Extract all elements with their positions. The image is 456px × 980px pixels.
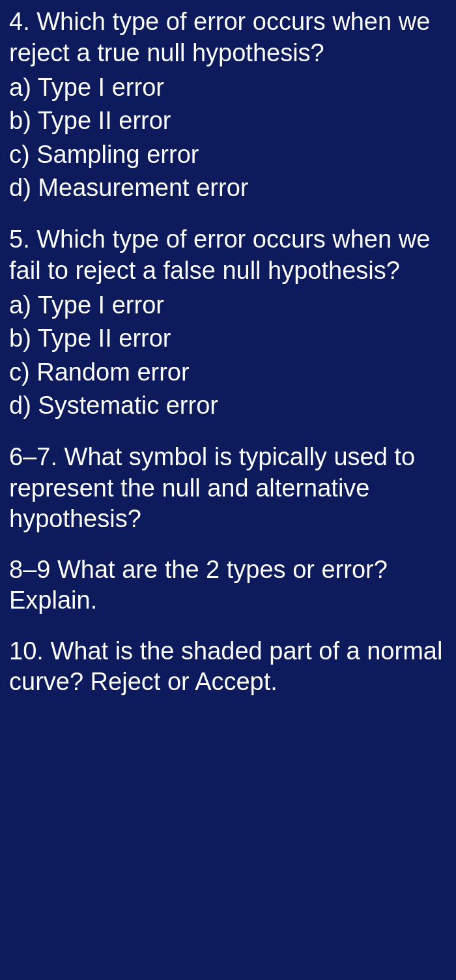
question-4-option-a: a) Type I error [9, 71, 447, 104]
question-67-block: 6–7. What symbol is typically used to re… [9, 442, 447, 535]
question-4-option-c: c) Sampling error [9, 138, 447, 171]
question-5-option-a: a) Type I error [9, 289, 447, 322]
question-5-option-d: d) Systematic error [9, 389, 447, 422]
question-4-text: 4. Which type of error occurs when we re… [9, 7, 447, 68]
question-4-block: 4. Which type of error occurs when we re… [9, 7, 447, 205]
question-5-block: 5. Which type of error occurs when we fa… [9, 224, 447, 422]
question-4-option-b: b) Type II error [9, 104, 447, 137]
question-10-block: 10. What is the shaded part of a normal … [9, 636, 447, 698]
question-89-block: 8–9 What are the 2 types or error? Expla… [9, 555, 447, 616]
question-5-option-c: c) Random error [9, 356, 447, 389]
question-4-option-d: d) Measurement error [9, 171, 447, 205]
question-5-option-b: b) Type II error [9, 322, 447, 355]
question-5-text: 5. Which type of error occurs when we fa… [9, 224, 447, 286]
